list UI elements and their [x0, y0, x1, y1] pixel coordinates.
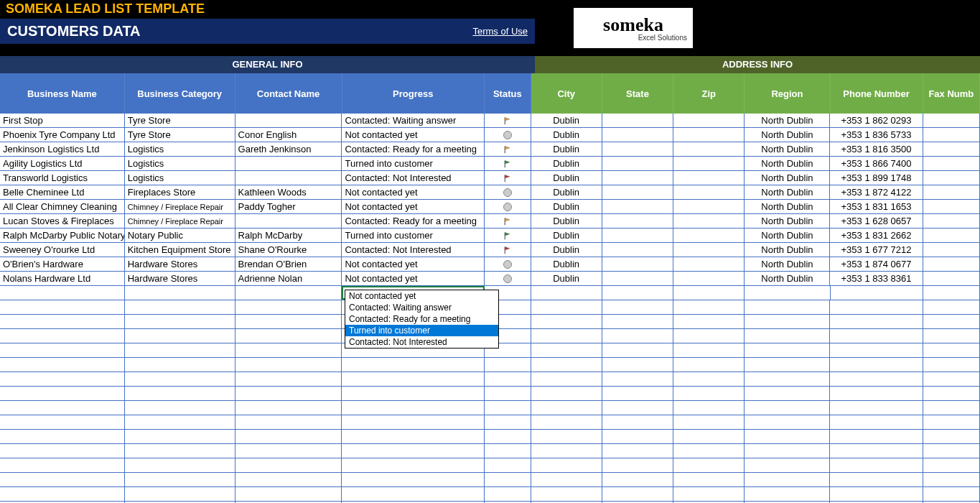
table-row-empty[interactable] [0, 401, 980, 415]
cell-zip[interactable] [673, 243, 745, 257]
cell-business-category[interactable]: Notary Public [125, 229, 235, 242]
dropdown-option[interactable]: Contacted: Not Interested [345, 336, 498, 348]
cell-contact-name[interactable]: Kathleen Woods [235, 185, 342, 199]
cell-zip[interactable] [673, 128, 745, 142]
cell-region[interactable]: North Dublin [745, 243, 830, 257]
cell-state[interactable] [602, 272, 673, 285]
cell-business-category[interactable]: Chimney / Fireplace Repair [125, 214, 235, 228]
cell-city[interactable]: Dublin [531, 185, 602, 199]
cell-zip[interactable] [673, 286, 745, 300]
cell-business-name[interactable]: First Stop [0, 114, 125, 127]
table-row-empty[interactable] [0, 458, 980, 473]
cell-city[interactable]: Dublin [531, 257, 602, 271]
table-row[interactable]: Sweeney O'rourke LtdKitchen Equipment St… [0, 243, 980, 257]
cell-zip[interactable] [673, 157, 745, 170]
cell-contact-name[interactable]: Ralph McDarby [235, 229, 342, 242]
cell-phone[interactable]: +353 1 862 0293 [830, 114, 923, 127]
cell-phone[interactable]: +353 1 816 3500 [830, 142, 923, 156]
cell-fax[interactable] [923, 128, 980, 142]
cell-progress[interactable]: Contacted: Ready for a meeting [342, 214, 485, 228]
table-row-empty[interactable] [0, 358, 980, 372]
cell-status[interactable] [485, 128, 531, 142]
cell-contact-name[interactable]: Conor English [235, 128, 342, 142]
cell-zip[interactable] [673, 114, 745, 127]
cell-region[interactable] [745, 286, 830, 300]
table-row-empty[interactable] [0, 487, 980, 502]
cell-region[interactable]: North Dublin [745, 229, 830, 242]
cell-status[interactable] [485, 142, 531, 156]
cell-business-category[interactable]: Logistics [125, 157, 235, 170]
table-row-empty[interactable] [0, 387, 980, 401]
table-row[interactable]: Transworld LogisticsLogisticsContacted: … [0, 171, 980, 185]
cell-business-name[interactable]: Belle Cheminee Ltd [0, 185, 125, 199]
cell-city[interactable]: Dublin [531, 229, 602, 242]
cell-phone[interactable]: +353 1 866 7400 [830, 157, 923, 170]
cell-progress[interactable]: Contacted: Waiting answer [342, 114, 485, 127]
cell-phone[interactable]: +353 1 831 2662 [830, 229, 923, 242]
cell-zip[interactable] [673, 185, 745, 199]
cell-progress[interactable]: Turned into customer [342, 157, 485, 170]
cell-phone[interactable]: +353 1 899 1748 [830, 171, 923, 185]
cell-progress[interactable]: Not contacted yet [342, 185, 485, 199]
cell-status[interactable] [485, 257, 531, 271]
cell-city[interactable]: Dublin [531, 272, 602, 285]
cell-city[interactable]: Dublin [531, 171, 602, 185]
cell-region[interactable]: North Dublin [745, 114, 830, 127]
cell-progress[interactable]: Not contacted yet [342, 272, 485, 285]
cell-zip[interactable] [673, 229, 745, 242]
col-business-category[interactable]: Business Category [125, 73, 235, 114]
cell-phone[interactable]: +353 1 836 5733 [830, 128, 923, 142]
cell-state[interactable] [602, 286, 673, 300]
dropdown-option[interactable]: Turned into customer [345, 325, 498, 336]
terms-link[interactable]: Terms of Use [472, 26, 528, 37]
cell-city[interactable]: Dublin [531, 214, 602, 228]
cell-progress[interactable]: Contacted: Not Interested [342, 243, 485, 257]
cell-fax[interactable] [923, 114, 980, 127]
cell-business-name[interactable]: Transworld Logistics [0, 171, 125, 185]
cell-business-category[interactable]: Fireplaces Store [125, 185, 235, 199]
cell-zip[interactable] [673, 257, 745, 271]
cell-region[interactable]: North Dublin [745, 128, 830, 142]
cell-city[interactable]: Dublin [531, 243, 602, 257]
col-phone[interactable]: Phone Number [831, 73, 923, 114]
table-row[interactable]: Lucan Stoves & FireplacesChimney / Firep… [0, 214, 980, 229]
cell-fax[interactable] [923, 229, 980, 242]
col-zip[interactable]: Zip [673, 73, 745, 114]
table-row-empty[interactable] [0, 444, 980, 458]
cell-progress[interactable]: Not contacted yet [342, 200, 485, 213]
cell-contact-name[interactable] [235, 171, 342, 185]
cell-progress[interactable]: Contacted: Ready for a meeting [342, 142, 485, 156]
cell-region[interactable]: North Dublin [745, 214, 830, 228]
col-progress[interactable]: Progress [342, 73, 485, 114]
dropdown-option[interactable]: Contacted: Ready for a meeting [345, 313, 498, 325]
col-business-name[interactable]: Business Name [0, 73, 125, 114]
cell-business-name[interactable]: Jenkinson Logistics Ltd [0, 142, 125, 156]
cell-status[interactable] [485, 171, 531, 185]
table-row[interactable]: Agility Logistics LtdLogisticsTurned int… [0, 157, 980, 171]
cell-state[interactable] [602, 171, 673, 185]
cell-fax[interactable] [923, 214, 980, 228]
table-row-empty[interactable] [0, 473, 980, 487]
cell-contact-name[interactable]: Brendan O'Brien [235, 257, 342, 271]
cell-phone[interactable]: +353 1 831 1653 [830, 200, 923, 213]
cell-zip[interactable] [673, 200, 745, 213]
cell-status[interactable] [485, 185, 531, 199]
cell-progress[interactable]: Not contacted yet [342, 257, 485, 271]
cell-status[interactable] [485, 200, 531, 213]
cell-phone[interactable]: +353 1 628 0657 [830, 214, 923, 228]
cell-status[interactable] [485, 214, 531, 228]
cell-state[interactable] [602, 128, 673, 142]
cell-contact-name[interactable] [235, 214, 342, 228]
cell-fax[interactable] [923, 142, 980, 156]
cell-contact-name[interactable]: Shane O'Rourke [235, 243, 342, 257]
col-state[interactable]: State [602, 73, 673, 114]
cell-business-name[interactable]: Lucan Stoves & Fireplaces [0, 214, 125, 228]
cell-status[interactable] [485, 114, 531, 127]
cell-phone[interactable] [831, 286, 923, 300]
cell-state[interactable] [602, 157, 673, 170]
table-row[interactable]: Nolans Hardware LtdHardware StoresAdrien… [0, 272, 980, 286]
cell-business-name[interactable]: Sweeney O'rourke Ltd [0, 243, 125, 257]
table-row-empty[interactable] [0, 430, 980, 444]
cell-contact-name[interactable] [235, 286, 342, 300]
cell-business-category[interactable]: Logistics [125, 171, 235, 185]
